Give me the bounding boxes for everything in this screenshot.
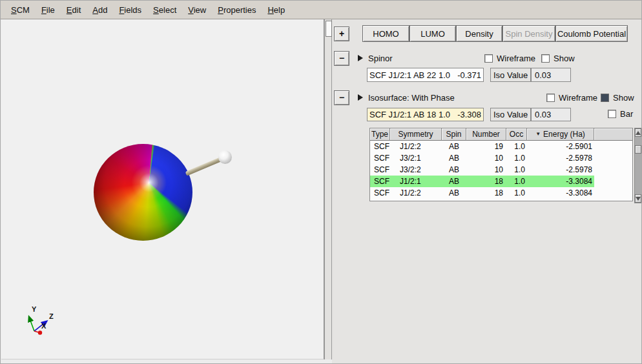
axis-label-y: Y bbox=[32, 305, 37, 313]
header-type[interactable]: Type bbox=[370, 128, 390, 141]
cell-occ: 1.0 bbox=[506, 176, 527, 187]
cell-number: 10 bbox=[466, 164, 506, 176]
expander-icon[interactable] bbox=[358, 94, 363, 101]
header-energy[interactable]: ▼ Energy (Ha) bbox=[527, 128, 594, 141]
iso-value-input[interactable]: 0.03 bbox=[531, 108, 571, 121]
scroll-down-icon[interactable] bbox=[635, 194, 641, 203]
show-label: Show bbox=[554, 54, 575, 63]
show-checkbox[interactable] bbox=[601, 94, 609, 102]
spinor-field-selector[interactable]: SCF J1/2:1 AB 22 1.0 -0.371 bbox=[367, 68, 484, 82]
menu-help[interactable]: Help bbox=[262, 5, 291, 15]
cell-occ: 1.0 bbox=[506, 141, 527, 152]
axis-label-z: Z bbox=[49, 312, 54, 320]
cell-symmetry: J3/2:2 bbox=[390, 164, 442, 176]
menu-add[interactable]: Add bbox=[87, 5, 113, 15]
header-number[interactable]: Number bbox=[466, 128, 506, 141]
field-text: SCF J1/2:1 AB 22 1.0 bbox=[369, 70, 450, 80]
cell-spin: AB bbox=[442, 187, 466, 199]
field-energy: -0.371 bbox=[457, 70, 481, 80]
cell-number: 10 bbox=[466, 152, 506, 164]
bar-label: Bar bbox=[620, 109, 633, 119]
cell-type: SCF bbox=[370, 141, 390, 152]
axis-label-x: X bbox=[41, 322, 47, 330]
cell-symmetry: J1/2:1 bbox=[390, 176, 442, 187]
density-button[interactable]: Density bbox=[456, 25, 502, 42]
header-spin[interactable]: Spin bbox=[442, 128, 466, 141]
orbital-table: Type Symmetry Spin Number Occ ▼ Energy (… bbox=[369, 128, 633, 201]
menu-fields[interactable]: Fields bbox=[113, 5, 147, 15]
panel-scrollbar[interactable] bbox=[324, 19, 332, 359]
menu-properties[interactable]: Properties bbox=[212, 5, 262, 15]
x-axis-dot bbox=[38, 330, 42, 334]
atom-sphere[interactable] bbox=[218, 150, 232, 164]
cell-symmetry: J1/2:2 bbox=[390, 187, 442, 199]
expander-icon[interactable] bbox=[358, 55, 363, 61]
menu-bar: SCM File Edit Add Fields Select View Pro… bbox=[1, 1, 641, 19]
cell-energy: -3.3084 bbox=[527, 176, 594, 187]
viewport-3d[interactable]: Y Z X bbox=[1, 19, 324, 359]
menu-view[interactable]: View bbox=[182, 5, 212, 15]
iso-value-label: Iso Value bbox=[490, 108, 531, 121]
cell-spin: AB bbox=[442, 164, 466, 176]
iso-value-label: Iso Value bbox=[490, 68, 531, 82]
remove-isosurface-button[interactable]: − bbox=[334, 90, 349, 105]
field-energy: -3.308 bbox=[457, 110, 481, 119]
menu-scm[interactable]: SCM bbox=[5, 5, 36, 15]
menu-select[interactable]: Select bbox=[147, 5, 182, 15]
header-filler bbox=[594, 128, 632, 141]
cell-energy: -2.5978 bbox=[527, 152, 594, 164]
show-label: Show bbox=[613, 93, 634, 103]
spin-density-button[interactable]: Spin Density bbox=[502, 25, 555, 42]
wireframe-label: Wireframe bbox=[497, 54, 535, 63]
table-header-row: Type Symmetry Spin Number Occ ▼ Energy (… bbox=[370, 128, 632, 141]
header-symmetry[interactable]: Symmetry bbox=[390, 128, 442, 141]
field-text: SCF J1/2:1 AB 18 1.0 bbox=[369, 110, 450, 119]
cell-number: 18 bbox=[466, 187, 506, 199]
cell-type: SCF bbox=[370, 164, 390, 176]
table-body: SCFJ1/2:2AB191.0-2.5901SCFJ3/2:1AB101.0-… bbox=[370, 141, 632, 199]
cell-energy: -2.5901 bbox=[527, 141, 594, 152]
table-row[interactable]: SCFJ1/2:2AB191.0-2.5901 bbox=[370, 141, 594, 152]
menu-edit[interactable]: Edit bbox=[61, 5, 87, 15]
lumo-button[interactable]: LUMO bbox=[409, 25, 456, 42]
cell-occ: 1.0 bbox=[506, 164, 527, 176]
show-checkbox[interactable] bbox=[541, 54, 550, 63]
scroll-up-icon[interactable] bbox=[635, 128, 641, 137]
bar-checkbox[interactable] bbox=[608, 110, 616, 118]
iso-value-input[interactable]: 0.03 bbox=[531, 68, 571, 82]
table-scrollbar[interactable] bbox=[634, 128, 642, 203]
isosurface-field-selector[interactable]: SCF J1/2:1 AB 18 1.0 -3.308 bbox=[367, 108, 484, 121]
cell-occ: 1.0 bbox=[506, 187, 527, 199]
header-occ[interactable]: Occ bbox=[506, 128, 527, 141]
cell-number: 18 bbox=[466, 176, 506, 187]
table-row[interactable]: SCFJ3/2:1AB101.0-2.5978 bbox=[370, 152, 594, 164]
table-row[interactable]: SCFJ3/2:2AB101.0-2.5978 bbox=[370, 164, 594, 176]
cell-type: SCF bbox=[370, 152, 390, 164]
adfview-window: SCM File Edit Add Fields Select View Pro… bbox=[0, 0, 642, 364]
cell-energy: -2.5978 bbox=[527, 164, 594, 176]
cell-energy: -3.3084 bbox=[527, 187, 594, 199]
table-scrollbar-thumb[interactable] bbox=[635, 145, 641, 154]
cell-spin: AB bbox=[442, 152, 466, 164]
panel-scrollbar-thumb[interactable] bbox=[326, 21, 332, 37]
orbital-isosurface-sphere[interactable] bbox=[94, 144, 192, 241]
cell-symmetry: J1/2:2 bbox=[390, 141, 442, 152]
wireframe-label: Wireframe bbox=[559, 93, 597, 103]
wireframe-checkbox[interactable] bbox=[484, 54, 493, 63]
spinor-section-title: Spinor bbox=[368, 54, 393, 63]
cell-spin: AB bbox=[442, 141, 466, 152]
cell-spin: AB bbox=[442, 176, 466, 187]
coulomb-potential-button[interactable]: Coulomb Potential bbox=[555, 25, 628, 42]
remove-spinor-button[interactable]: − bbox=[334, 51, 349, 66]
table-row[interactable]: SCFJ1/2:2AB181.0-3.3084 bbox=[370, 187, 594, 199]
homo-button[interactable]: HOMO bbox=[362, 25, 409, 42]
menu-file[interactable]: File bbox=[36, 5, 61, 15]
table-row[interactable]: SCFJ1/2:1AB181.0-3.3084 bbox=[370, 176, 594, 187]
add-field-button[interactable]: + bbox=[334, 26, 349, 41]
cell-type: SCF bbox=[370, 187, 390, 199]
bond-stick bbox=[185, 156, 224, 176]
cell-type: SCF bbox=[370, 176, 390, 187]
wireframe-checkbox[interactable] bbox=[546, 94, 555, 102]
axis-triad-icon: Y Z X bbox=[23, 303, 61, 339]
cell-symmetry: J3/2:1 bbox=[390, 152, 442, 164]
